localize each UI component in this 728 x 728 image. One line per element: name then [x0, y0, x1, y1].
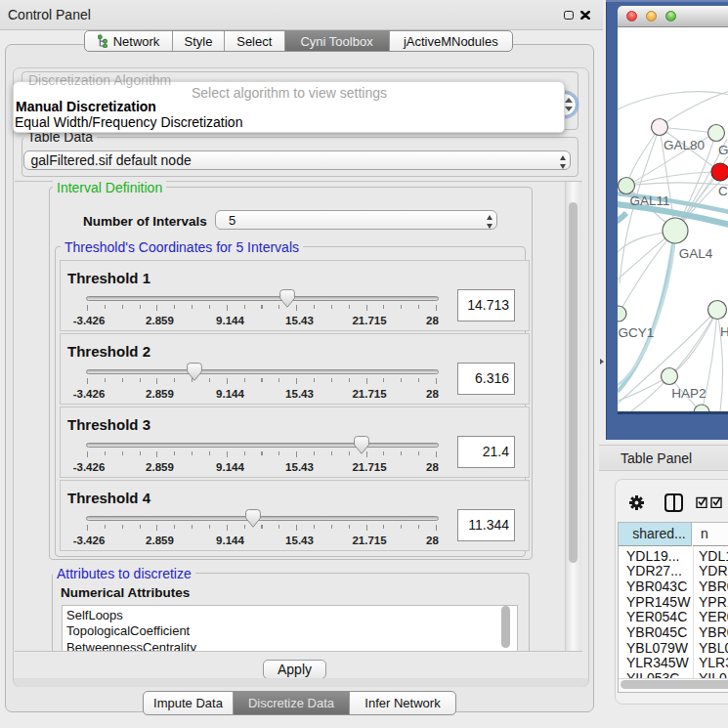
svg-text:GA: GA — [718, 143, 728, 157]
svg-text:GCY1: GCY1 — [619, 325, 655, 340]
svg-text:GAL11: GAL11 — [629, 193, 669, 208]
svg-text:GAL80: GAL80 — [664, 138, 705, 152]
svg-text:GAL4: GAL4 — [679, 246, 713, 261]
svg-text:HAP2: HAP2 — [671, 386, 706, 401]
svg-text:C: C — [718, 184, 728, 198]
svg-text:H: H — [720, 324, 728, 339]
